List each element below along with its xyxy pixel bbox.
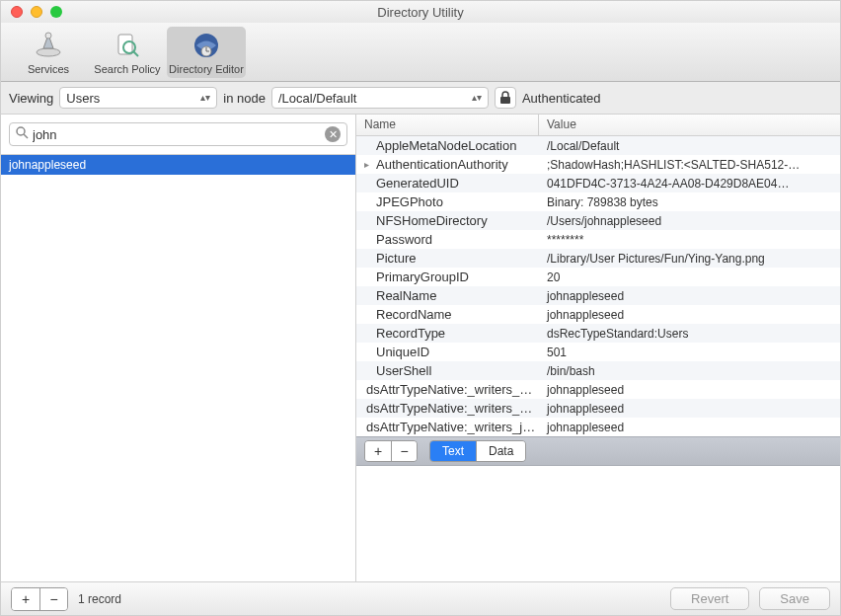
directory-editor-icon [191, 30, 221, 61]
attribute-name: UniqueID [356, 345, 539, 359]
attribute-name: AppleMetaNodeLocation [356, 138, 539, 153]
window-title: Directory Utility [1, 5, 840, 20]
toolbar-directory-editor-label: Directory Editor [169, 63, 244, 75]
attribute-name: dsAttrTypeNative:_writers_j… [356, 420, 539, 434]
attribute-row[interactable]: Picture/Library/User Pictures/Fun/Ying-Y… [356, 249, 840, 268]
add-record-button[interactable]: + [12, 588, 39, 610]
filter-bar: Viewing Users ▴▾ in node /Local/Default … [1, 82, 840, 114]
view-mode-text[interactable]: Text [430, 441, 476, 461]
revert-button[interactable]: Revert [670, 587, 749, 610]
attribute-name: GeneratedUID [356, 176, 539, 191]
attribute-name: Password [356, 232, 539, 247]
attribute-name: JPEGPhoto [356, 194, 539, 209]
svg-point-0 [37, 48, 60, 56]
attribute-value: /Local/Default [539, 139, 840, 153]
bottom-bar: + − 1 record Revert Save [1, 581, 840, 615]
disclosure-icon[interactable]: ▸ [364, 159, 374, 170]
attributes-toolbar: + − Text Data [356, 436, 840, 466]
attribute-value: /Library/User Pictures/Fun/Ying-Yang.png [539, 252, 840, 266]
toolbar-services-label: Services [28, 63, 69, 75]
remove-attribute-button[interactable]: − [391, 441, 417, 461]
svg-point-10 [17, 127, 25, 135]
attribute-value: /bin/bash [539, 364, 840, 378]
search-input[interactable] [33, 127, 325, 142]
attribute-row[interactable]: dsAttrTypeNative:_writers_…johnappleseed [356, 380, 840, 399]
attribute-value: johnappleseed [539, 383, 840, 397]
attribute-name: dsAttrTypeNative:_writers_… [356, 401, 539, 416]
node-select[interactable]: /Local/Default ▴▾ [271, 87, 489, 109]
svg-point-1 [45, 33, 51, 38]
attribute-name: Picture [356, 251, 539, 266]
attribute-name: RecordName [356, 307, 539, 322]
toolbar-directory-editor[interactable]: Directory Editor [167, 27, 246, 78]
record-row[interactable]: johnappleseed [1, 155, 355, 175]
attribute-value: Binary: 789838 bytes [539, 195, 840, 209]
save-button[interactable]: Save [759, 587, 830, 610]
search-icon [16, 126, 29, 142]
search-policy-icon [113, 30, 142, 61]
svg-line-4 [133, 51, 138, 56]
attribute-value: 041DFD4C-3713-4A24-AA08-D429D8AE04… [539, 177, 840, 191]
attribute-name: RecordType [356, 326, 539, 341]
attribute-row[interactable]: dsAttrTypeNative:_writers_j…johnapplesee… [356, 418, 840, 436]
svg-rect-9 [500, 97, 510, 104]
attribute-name: NFSHomeDirectory [356, 213, 539, 228]
toolbar-services[interactable]: Services [9, 27, 88, 78]
attributes-pane: Name Value AppleMetaNodeLocation/Local/D… [356, 115, 840, 581]
clear-search-button[interactable]: ✕ [325, 126, 341, 142]
attribute-value: ******** [539, 233, 840, 247]
attribute-row[interactable]: Password******** [356, 230, 840, 249]
attr-add-remove: + − [364, 440, 418, 462]
add-attribute-button[interactable]: + [365, 441, 391, 461]
attribute-row[interactable]: RealNamejohnappleseed [356, 286, 840, 305]
attribute-value: 20 [539, 270, 840, 284]
attribute-value: johnappleseed [539, 308, 840, 322]
attribute-name: UserShell [356, 363, 539, 378]
viewing-value: Users [66, 91, 100, 106]
attribute-value: dsRecTypeStandard:Users [539, 327, 840, 341]
column-value-header[interactable]: Value [539, 115, 840, 135]
search-wrap: ✕ [1, 115, 355, 155]
records-list[interactable]: johnappleseed [1, 155, 355, 581]
node-value: /Local/Default [278, 91, 357, 106]
lock-icon [499, 91, 511, 105]
chevron-updown-icon: ▴▾ [200, 93, 210, 103]
toolbar-search-policy-label: Search Policy [94, 63, 160, 75]
attribute-value: /Users/johnappleseed [539, 214, 840, 228]
attribute-name: dsAttrTypeNative:_writers_… [356, 382, 539, 397]
toolbar-search-policy[interactable]: Search Policy [88, 27, 167, 78]
svg-line-11 [24, 134, 28, 138]
remove-record-button[interactable]: − [39, 588, 67, 610]
attribute-row[interactable]: RecordTypedsRecTypeStandard:Users [356, 324, 840, 343]
attribute-value: ;ShadowHash;HASHLIST:<SALTED-SHA512-… [539, 158, 840, 172]
attribute-row[interactable]: AppleMetaNodeLocation/Local/Default [356, 136, 840, 155]
viewing-select[interactable]: Users ▴▾ [59, 87, 217, 109]
search-field[interactable]: ✕ [9, 122, 347, 146]
records-pane: ✕ johnappleseed [1, 115, 356, 581]
attribute-name: PrimaryGroupID [356, 270, 539, 284]
attributes-table[interactable]: AppleMetaNodeLocation/Local/Default▸Auth… [356, 136, 840, 436]
attribute-row[interactable]: ▸AuthenticationAuthority;ShadowHash;HASH… [356, 155, 840, 174]
main-split: ✕ johnappleseed Name Value AppleMetaNode… [1, 114, 840, 581]
attribute-row[interactable]: PrimaryGroupID20 [356, 268, 840, 286]
lock-button[interactable] [495, 87, 516, 109]
attribute-value: johnappleseed [539, 421, 840, 434]
attribute-row[interactable]: UserShell/bin/bash [356, 361, 840, 380]
attribute-row[interactable]: GeneratedUID041DFD4C-3713-4A24-AA08-D429… [356, 174, 840, 192]
view-mode-data[interactable]: Data [476, 441, 525, 461]
attribute-name: RealName [356, 288, 539, 303]
record-count: 1 record [78, 592, 121, 606]
attribute-row[interactable]: UniqueID501 [356, 343, 840, 361]
attributes-header: Name Value [356, 115, 840, 136]
attribute-row[interactable]: NFSHomeDirectory/Users/johnappleseed [356, 211, 840, 230]
column-name-header[interactable]: Name [356, 115, 539, 135]
attribute-value: johnappleseed [539, 289, 840, 303]
attribute-row[interactable]: JPEGPhotoBinary: 789838 bytes [356, 192, 840, 211]
attribute-row[interactable]: RecordNamejohnappleseed [356, 305, 840, 324]
attribute-row[interactable]: dsAttrTypeNative:_writers_…johnappleseed [356, 399, 840, 418]
toolbar: Services Search Policy Directory Editor [1, 23, 840, 82]
auth-status: Authenticated [522, 91, 601, 106]
in-node-label: in node [223, 91, 266, 106]
view-mode-segment: Text Data [429, 440, 526, 462]
services-icon [34, 30, 63, 61]
